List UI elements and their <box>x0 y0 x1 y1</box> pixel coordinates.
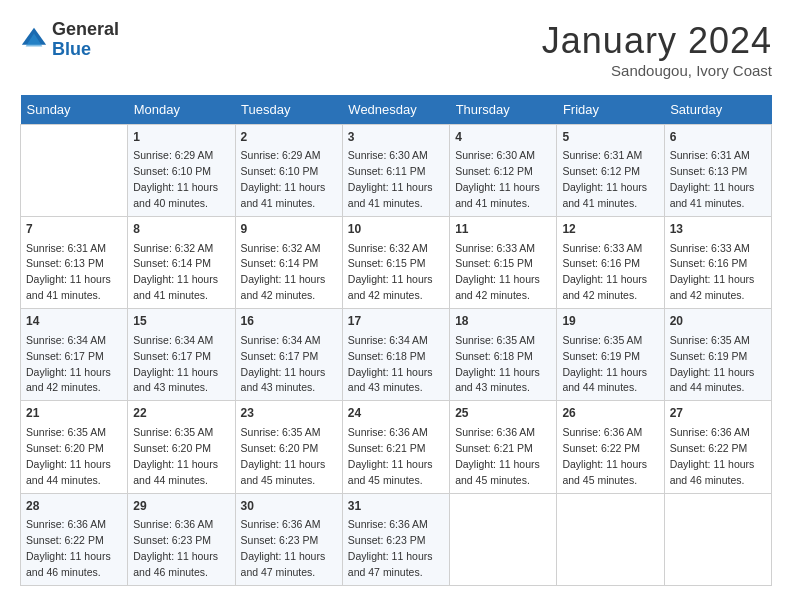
day-number: 27 <box>670 405 766 422</box>
weekday-row: SundayMondayTuesdayWednesdayThursdayFrid… <box>21 95 772 125</box>
weekday-header-thursday: Thursday <box>450 95 557 125</box>
day-cell <box>557 493 664 585</box>
day-number: 8 <box>133 221 229 238</box>
day-number: 3 <box>348 129 444 146</box>
day-info: Sunrise: 6:36 AM Sunset: 6:23 PM Dayligh… <box>241 518 326 578</box>
day-info: Sunrise: 6:29 AM Sunset: 6:10 PM Dayligh… <box>133 149 218 209</box>
day-number: 18 <box>455 313 551 330</box>
day-info: Sunrise: 6:36 AM Sunset: 6:22 PM Dayligh… <box>26 518 111 578</box>
day-number: 4 <box>455 129 551 146</box>
day-cell: 16Sunrise: 6:34 AM Sunset: 6:17 PM Dayli… <box>235 309 342 401</box>
weekday-header-wednesday: Wednesday <box>342 95 449 125</box>
day-number: 19 <box>562 313 658 330</box>
day-info: Sunrise: 6:31 AM Sunset: 6:13 PM Dayligh… <box>670 149 755 209</box>
day-number: 31 <box>348 498 444 515</box>
day-cell: 1Sunrise: 6:29 AM Sunset: 6:10 PM Daylig… <box>128 125 235 217</box>
day-info: Sunrise: 6:36 AM Sunset: 6:22 PM Dayligh… <box>562 426 647 486</box>
day-cell: 20Sunrise: 6:35 AM Sunset: 6:19 PM Dayli… <box>664 309 771 401</box>
day-number: 7 <box>26 221 122 238</box>
day-number: 2 <box>241 129 337 146</box>
day-number: 17 <box>348 313 444 330</box>
day-cell: 13Sunrise: 6:33 AM Sunset: 6:16 PM Dayli… <box>664 217 771 309</box>
day-number: 16 <box>241 313 337 330</box>
day-cell <box>450 493 557 585</box>
day-info: Sunrise: 6:29 AM Sunset: 6:10 PM Dayligh… <box>241 149 326 209</box>
day-info: Sunrise: 6:35 AM Sunset: 6:20 PM Dayligh… <box>133 426 218 486</box>
day-info: Sunrise: 6:35 AM Sunset: 6:20 PM Dayligh… <box>26 426 111 486</box>
day-info: Sunrise: 6:34 AM Sunset: 6:18 PM Dayligh… <box>348 334 433 394</box>
day-number: 20 <box>670 313 766 330</box>
day-cell: 8Sunrise: 6:32 AM Sunset: 6:14 PM Daylig… <box>128 217 235 309</box>
calendar-body: 1Sunrise: 6:29 AM Sunset: 6:10 PM Daylig… <box>21 125 772 586</box>
day-number: 24 <box>348 405 444 422</box>
day-info: Sunrise: 6:34 AM Sunset: 6:17 PM Dayligh… <box>26 334 111 394</box>
day-cell: 12Sunrise: 6:33 AM Sunset: 6:16 PM Dayli… <box>557 217 664 309</box>
weekday-header-sunday: Sunday <box>21 95 128 125</box>
day-number: 29 <box>133 498 229 515</box>
day-info: Sunrise: 6:36 AM Sunset: 6:23 PM Dayligh… <box>348 518 433 578</box>
day-number: 1 <box>133 129 229 146</box>
day-cell: 9Sunrise: 6:32 AM Sunset: 6:14 PM Daylig… <box>235 217 342 309</box>
day-cell: 7Sunrise: 6:31 AM Sunset: 6:13 PM Daylig… <box>21 217 128 309</box>
day-number: 5 <box>562 129 658 146</box>
day-info: Sunrise: 6:30 AM Sunset: 6:11 PM Dayligh… <box>348 149 433 209</box>
day-info: Sunrise: 6:34 AM Sunset: 6:17 PM Dayligh… <box>241 334 326 394</box>
day-number: 15 <box>133 313 229 330</box>
day-cell: 18Sunrise: 6:35 AM Sunset: 6:18 PM Dayli… <box>450 309 557 401</box>
logo-text: General Blue <box>52 20 119 60</box>
title-block: January 2024 Sandougou, Ivory Coast <box>542 20 772 79</box>
day-number: 30 <box>241 498 337 515</box>
day-number: 23 <box>241 405 337 422</box>
day-info: Sunrise: 6:35 AM Sunset: 6:19 PM Dayligh… <box>670 334 755 394</box>
day-cell: 2Sunrise: 6:29 AM Sunset: 6:10 PM Daylig… <box>235 125 342 217</box>
day-info: Sunrise: 6:32 AM Sunset: 6:14 PM Dayligh… <box>241 242 326 302</box>
day-number: 22 <box>133 405 229 422</box>
day-cell: 23Sunrise: 6:35 AM Sunset: 6:20 PM Dayli… <box>235 401 342 493</box>
day-number: 13 <box>670 221 766 238</box>
page-header: General Blue January 2024 Sandougou, Ivo… <box>20 20 772 79</box>
day-cell: 19Sunrise: 6:35 AM Sunset: 6:19 PM Dayli… <box>557 309 664 401</box>
day-info: Sunrise: 6:34 AM Sunset: 6:17 PM Dayligh… <box>133 334 218 394</box>
calendar-table: SundayMondayTuesdayWednesdayThursdayFrid… <box>20 95 772 586</box>
day-info: Sunrise: 6:30 AM Sunset: 6:12 PM Dayligh… <box>455 149 540 209</box>
day-cell: 30Sunrise: 6:36 AM Sunset: 6:23 PM Dayli… <box>235 493 342 585</box>
day-number: 21 <box>26 405 122 422</box>
week-row-4: 21Sunrise: 6:35 AM Sunset: 6:20 PM Dayli… <box>21 401 772 493</box>
day-info: Sunrise: 6:35 AM Sunset: 6:20 PM Dayligh… <box>241 426 326 486</box>
day-cell: 24Sunrise: 6:36 AM Sunset: 6:21 PM Dayli… <box>342 401 449 493</box>
day-info: Sunrise: 6:32 AM Sunset: 6:15 PM Dayligh… <box>348 242 433 302</box>
logo-blue: Blue <box>52 39 91 59</box>
day-cell: 10Sunrise: 6:32 AM Sunset: 6:15 PM Dayli… <box>342 217 449 309</box>
calendar-header: SundayMondayTuesdayWednesdayThursdayFrid… <box>21 95 772 125</box>
day-cell: 27Sunrise: 6:36 AM Sunset: 6:22 PM Dayli… <box>664 401 771 493</box>
day-number: 6 <box>670 129 766 146</box>
logo: General Blue <box>20 20 119 60</box>
day-info: Sunrise: 6:31 AM Sunset: 6:13 PM Dayligh… <box>26 242 111 302</box>
day-cell: 5Sunrise: 6:31 AM Sunset: 6:12 PM Daylig… <box>557 125 664 217</box>
day-cell: 3Sunrise: 6:30 AM Sunset: 6:11 PM Daylig… <box>342 125 449 217</box>
day-cell <box>664 493 771 585</box>
day-number: 12 <box>562 221 658 238</box>
day-number: 14 <box>26 313 122 330</box>
week-row-3: 14Sunrise: 6:34 AM Sunset: 6:17 PM Dayli… <box>21 309 772 401</box>
weekday-header-monday: Monday <box>128 95 235 125</box>
week-row-5: 28Sunrise: 6:36 AM Sunset: 6:22 PM Dayli… <box>21 493 772 585</box>
logo-icon <box>20 26 48 54</box>
day-info: Sunrise: 6:33 AM Sunset: 6:16 PM Dayligh… <box>670 242 755 302</box>
day-cell: 6Sunrise: 6:31 AM Sunset: 6:13 PM Daylig… <box>664 125 771 217</box>
day-cell: 25Sunrise: 6:36 AM Sunset: 6:21 PM Dayli… <box>450 401 557 493</box>
weekday-header-friday: Friday <box>557 95 664 125</box>
day-info: Sunrise: 6:33 AM Sunset: 6:16 PM Dayligh… <box>562 242 647 302</box>
day-number: 11 <box>455 221 551 238</box>
weekday-header-saturday: Saturday <box>664 95 771 125</box>
day-cell: 17Sunrise: 6:34 AM Sunset: 6:18 PM Dayli… <box>342 309 449 401</box>
location-subtitle: Sandougou, Ivory Coast <box>542 62 772 79</box>
day-number: 26 <box>562 405 658 422</box>
day-number: 10 <box>348 221 444 238</box>
week-row-1: 1Sunrise: 6:29 AM Sunset: 6:10 PM Daylig… <box>21 125 772 217</box>
day-cell: 22Sunrise: 6:35 AM Sunset: 6:20 PM Dayli… <box>128 401 235 493</box>
day-info: Sunrise: 6:36 AM Sunset: 6:21 PM Dayligh… <box>348 426 433 486</box>
month-title: January 2024 <box>542 20 772 62</box>
day-info: Sunrise: 6:36 AM Sunset: 6:21 PM Dayligh… <box>455 426 540 486</box>
day-cell: 21Sunrise: 6:35 AM Sunset: 6:20 PM Dayli… <box>21 401 128 493</box>
